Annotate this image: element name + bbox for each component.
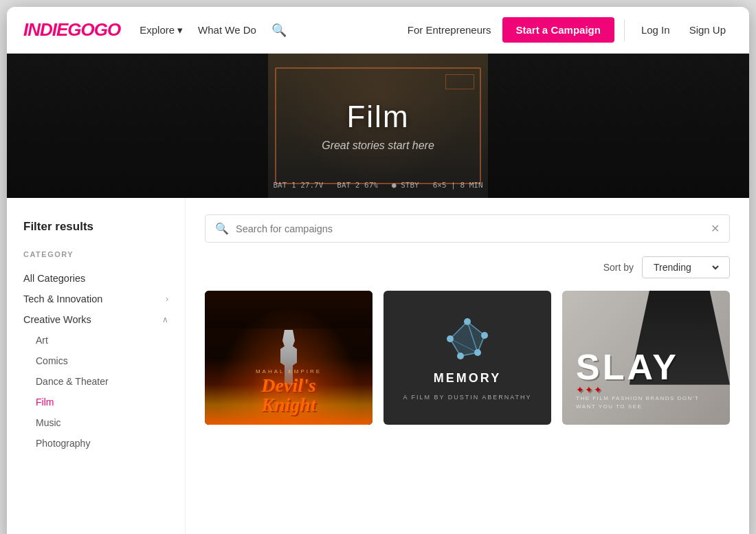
sidebar-item-comics[interactable]: Comics [23, 351, 168, 371]
card-blood-text: ✦✦✦ [576, 385, 716, 394]
svg-point-11 [474, 349, 481, 356]
campaign-card-slay[interactable]: SLAY ✦✦✦ THE FILM FASHION BRANDS DON'T W… [562, 291, 730, 425]
browser-frame: INDIEGOGO Explore What We Do 🔍 For Entre… [7, 7, 749, 534]
sidebar-item-photography[interactable]: Photography [23, 433, 168, 454]
category-label: CATEGORY [23, 250, 168, 258]
hero-readout: BAT 1 27.7V BAT 2 67% ● STBY 6×5 | 8 MIN [273, 181, 482, 190]
sidebar: Filter results CATEGORY All Categories T… [7, 198, 186, 534]
sidebar-item-music[interactable]: Music [23, 412, 168, 433]
sidebar-item-tech-innovation[interactable]: Tech & Innovation › [23, 289, 168, 309]
filter-title: Filter results [23, 220, 168, 234]
campaign-card-memory[interactable]: MEMORY A FILM BY DUSTIN ABERNATHY [383, 291, 551, 425]
card-title: Devil'sKnight [205, 376, 373, 414]
card-army [205, 301, 373, 329]
hero-content: Film Great stories start here [322, 100, 434, 152]
card-subtitle: A FILM BY DUSTIN ABERNATHY [403, 394, 531, 401]
nav-what-we-do[interactable]: What We Do [198, 24, 256, 36]
card-content: SLAY ✦✦✦ THE FILM FASHION BRANDS DON'T W… [562, 291, 730, 425]
svg-point-9 [447, 335, 454, 342]
sidebar-item-dance-theater[interactable]: Dance & Theater [23, 371, 168, 392]
sort-select[interactable]: Trending Most Funded Newest Ending Soon [642, 256, 730, 278]
search-input[interactable] [236, 223, 704, 234]
sidebar-item-all-categories[interactable]: All Categories [23, 268, 168, 289]
hero-banner: BAT 1 27.7V BAT 2 67% ● STBY 6×5 | 8 MIN… [7, 54, 749, 198]
sidebar-item-creative-works[interactable]: Creative Works ∧ [23, 309, 168, 330]
content-area: 🔍 ✕ Sort by Trending Most Funded Newest … [186, 198, 749, 534]
card-empire-label: MAHAL EMPIRE [205, 368, 373, 375]
navbar: INDIEGOGO Explore What We Do 🔍 For Entre… [7, 7, 749, 54]
card-title: SLAY ✦✦✦ [576, 349, 716, 394]
start-campaign-button[interactable]: Start a Campaign [502, 17, 614, 43]
sort-label: Sort by [603, 262, 634, 273]
login-button[interactable]: Log In [634, 24, 677, 36]
sort-bar: Sort by Trending Most Funded Newest Endi… [205, 256, 730, 278]
creative-chevron-icon: ∧ [162, 315, 168, 324]
card-text-overlay: MAHAL EMPIRE Devil'sKnight [205, 368, 373, 414]
campaign-grid: MAHAL EMPIRE Devil'sKnight [205, 291, 730, 425]
sidebar-item-art[interactable]: Art [23, 330, 168, 351]
card-title: MEMORY [434, 371, 501, 386]
search-bar-icon: 🔍 [215, 222, 229, 235]
card-subtitle: THE FILM FASHION BRANDS DON'T WANT YOU T… [576, 394, 716, 411]
sidebar-item-film[interactable]: Film [23, 392, 168, 412]
svg-point-12 [457, 353, 464, 359]
explore-chevron-icon [177, 24, 183, 36]
nav-right: For Entrepreneurs Start a Campaign Log I… [402, 17, 733, 43]
nav-divider [624, 19, 625, 41]
card-content: MEMORY A FILM BY DUSTIN ABERNATHY [383, 291, 551, 425]
clear-search-icon[interactable]: ✕ [711, 222, 720, 235]
hero-subtitle: Great stories start here [322, 140, 434, 152]
nav-for-entrepreneurs[interactable]: For Entrepreneurs [402, 24, 497, 36]
logo[interactable]: INDIEGOGO [23, 19, 120, 41]
svg-point-8 [464, 318, 471, 325]
campaign-card-devils-knight[interactable]: MAHAL EMPIRE Devil'sKnight [205, 291, 373, 425]
network-svg [440, 315, 495, 363]
search-icon[interactable]: 🔍 [271, 23, 287, 38]
tech-chevron-icon: › [166, 294, 168, 304]
sort-dropdown[interactable]: Trending Most Funded Newest Ending Soon [651, 261, 721, 274]
main-content: Filter results CATEGORY All Categories T… [7, 198, 749, 534]
svg-point-10 [481, 332, 488, 339]
signup-button[interactable]: Sign Up [682, 24, 733, 36]
hero-title: Film [322, 100, 434, 134]
nav-links: Explore What We Do 🔍 [140, 23, 402, 38]
nav-explore[interactable]: Explore [140, 24, 183, 36]
search-bar: 🔍 ✕ [205, 214, 730, 243]
memory-network-graphic [440, 315, 495, 363]
